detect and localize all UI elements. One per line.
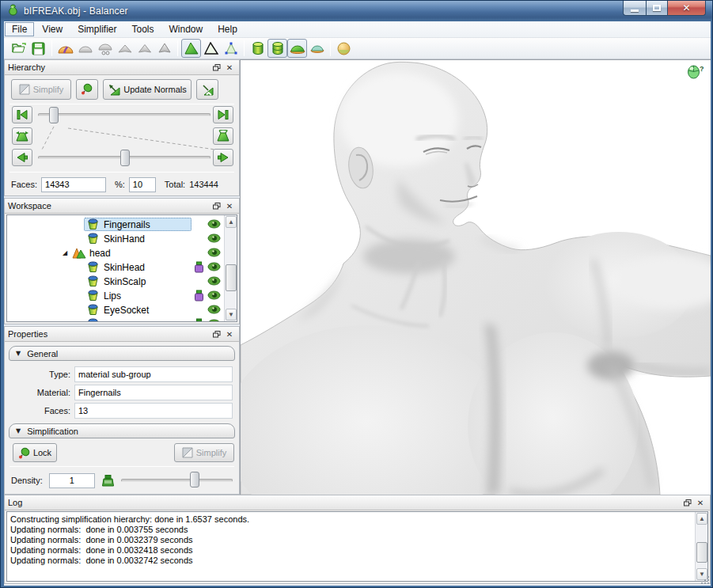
- log-scrollbar[interactable]: ▲ ▼: [695, 512, 707, 581]
- material-field[interactable]: [74, 385, 233, 400]
- apply-normals-button[interactable]: [196, 79, 218, 100]
- visibility-eye-icon[interactable]: [207, 290, 221, 301]
- mouse-help-icon[interactable]: ?: [687, 65, 704, 82]
- close-panel-button[interactable]: ✕: [223, 200, 236, 211]
- maximize-button[interactable]: [646, 1, 668, 16]
- hemisphere-striped-button[interactable]: [55, 39, 75, 58]
- minimize-icon: [631, 9, 639, 12]
- hierarchy-level-slider-handle[interactable]: [49, 107, 59, 123]
- sphere-blend-button[interactable]: [334, 39, 354, 58]
- tree-row-head[interactable]: ◢ head: [7, 246, 223, 260]
- hierarchy-titlebar[interactable]: Hierarchy ✕: [5, 60, 239, 75]
- cylinder-button[interactable]: [248, 39, 267, 58]
- pin-button[interactable]: [76, 79, 98, 100]
- simplification-section-header[interactable]: ▼ Simplification: [9, 423, 235, 438]
- tree-row-fingernails[interactable]: Fingernails: [7, 218, 223, 232]
- material-bucket-icon: [87, 261, 99, 275]
- general-section-header[interactable]: ▼ General: [9, 346, 235, 361]
- float-panel-button[interactable]: [681, 497, 694, 508]
- scroll-up-arrow[interactable]: ▲: [226, 216, 237, 228]
- cone-mid-button[interactable]: [135, 39, 154, 58]
- float-panel-button[interactable]: [210, 328, 223, 340]
- close-panel-button[interactable]: ✕: [694, 497, 707, 508]
- workspace-titlebar[interactable]: Workspace ✕: [5, 199, 239, 214]
- tree-label: EyeSocket: [104, 305, 149, 316]
- titlebar[interactable]: bIFREAK.obj - Balancer ✕: [1, 1, 712, 21]
- triangle-solid-icon: [184, 42, 199, 55]
- close-button[interactable]: ✕: [668, 1, 706, 16]
- cone-sharp-button[interactable]: [154, 39, 174, 58]
- cone-flat-button[interactable]: [115, 39, 135, 58]
- locked-material-icon: [194, 261, 204, 273]
- density-slider-handle[interactable]: [190, 472, 199, 487]
- tree-row-skinscalp[interactable]: SkinScalp: [7, 275, 223, 289]
- toolbar-separator: [177, 40, 178, 56]
- visibility-eye-icon[interactable]: [207, 304, 221, 315]
- tree-row-skinhead[interactable]: SkinHead: [7, 260, 223, 275]
- log-titlebar[interactable]: Log ✕: [5, 495, 710, 510]
- goto-end-button[interactable]: [213, 106, 233, 123]
- log-line: Updating normals: done in 0.0032742 seco…: [7, 555, 693, 565]
- density-slider[interactable]: [121, 472, 233, 489]
- faces-input[interactable]: [41, 177, 106, 192]
- float-panel-button[interactable]: [210, 62, 223, 73]
- visibility-eye-icon[interactable]: [207, 275, 221, 286]
- dome-rimmed-active-button[interactable]: [287, 39, 307, 58]
- separator: [9, 172, 234, 173]
- close-panel-button[interactable]: ✕: [223, 328, 236, 340]
- float-panel-button[interactable]: [210, 200, 223, 211]
- tree-row-skinhand[interactable]: SkinHand: [7, 232, 223, 246]
- update-normals-button[interactable]: Update Normals: [103, 79, 192, 100]
- tree-label: Lips: [104, 290, 121, 302]
- hemisphere-detach-button[interactable]: [95, 39, 115, 58]
- workspace-scrollbar[interactable]: ▲ ▼: [224, 215, 237, 321]
- menu-simplifier[interactable]: Simplifier: [70, 22, 123, 36]
- properties-titlebar[interactable]: Properties ✕: [5, 327, 239, 342]
- menu-help[interactable]: Help: [210, 22, 245, 36]
- lock-button[interactable]: Lock: [13, 443, 57, 462]
- material-bucket-icon: [87, 275, 99, 290]
- scroll-thumb[interactable]: [696, 542, 707, 563]
- visibility-eye-icon[interactable]: [207, 261, 221, 272]
- scroll-thumb[interactable]: [226, 264, 237, 291]
- tree-expand-arrow[interactable]: ◢: [63, 249, 67, 256]
- save-file-button[interactable]: [28, 39, 48, 58]
- percent-input[interactable]: [129, 177, 156, 192]
- tree-row-partial[interactable]: [7, 317, 223, 322]
- simplify-selection-button[interactable]: Simplify: [174, 443, 234, 462]
- log-output[interactable]: Constructing simplification hierarchy: d…: [6, 511, 708, 582]
- close-panel-button[interactable]: ✕: [223, 62, 236, 73]
- hemisphere-plain-button[interactable]: [75, 39, 95, 58]
- hierarchy-level-slider[interactable]: [38, 113, 210, 116]
- triangle-wireframe-button[interactable]: [201, 39, 221, 58]
- triangle-vertices-button[interactable]: [221, 39, 241, 58]
- dome-rimmed-button[interactable]: [307, 39, 327, 58]
- menu-tools[interactable]: Tools: [124, 22, 161, 36]
- cylinder-banded-button[interactable]: [267, 39, 287, 58]
- tree-label: SkinHand: [104, 233, 145, 245]
- menu-file[interactable]: File: [5, 22, 34, 36]
- minimize-button[interactable]: [623, 1, 646, 16]
- scroll-down-arrow[interactable]: ▼: [226, 309, 237, 321]
- hierarchy-fine-slider-handle[interactable]: [120, 150, 130, 166]
- visibility-eye-icon[interactable]: [207, 318, 221, 322]
- density-input[interactable]: [49, 473, 95, 488]
- resize-grip[interactable]: [700, 575, 711, 586]
- faces-field[interactable]: [74, 403, 233, 419]
- open-file-button[interactable]: [9, 39, 28, 58]
- type-field[interactable]: [74, 366, 233, 382]
- scroll-up-arrow[interactable]: ▲: [696, 513, 707, 525]
- tree-row-eyesocket[interactable]: EyeSocket: [7, 303, 223, 317]
- log-line: Updating normals: done in 0.0032379 seco…: [7, 534, 693, 544]
- goto-start-button[interactable]: [12, 106, 32, 123]
- simplify-button[interactable]: Simplify: [11, 79, 71, 100]
- visibility-eye-icon[interactable]: [207, 233, 221, 244]
- menu-window[interactable]: Window: [162, 22, 210, 36]
- triangle-solid-button[interactable]: [181, 39, 201, 58]
- visibility-eye-icon[interactable]: [207, 247, 221, 258]
- menu-view[interactable]: View: [35, 22, 70, 36]
- viewport-3d[interactable]: ?: [240, 59, 711, 495]
- visibility-eye-icon[interactable]: [207, 218, 221, 230]
- tree-row-lips[interactable]: Lips: [7, 289, 223, 303]
- cone-mid-icon: [138, 44, 152, 54]
